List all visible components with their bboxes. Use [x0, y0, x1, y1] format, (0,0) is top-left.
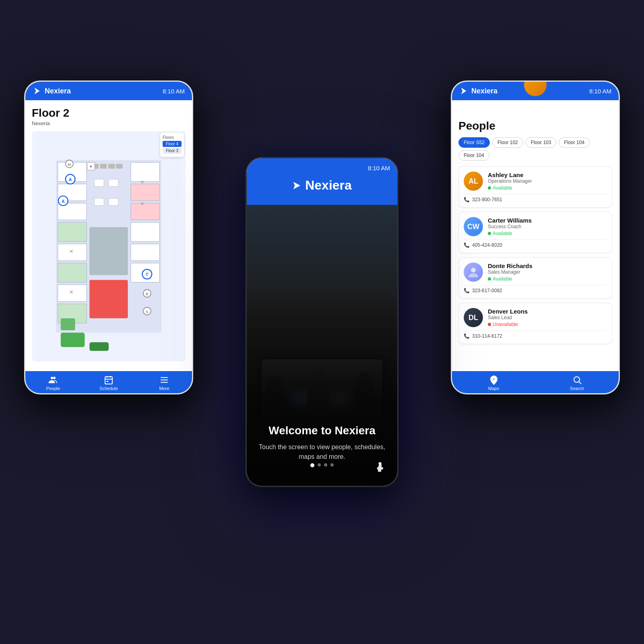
svg-rect-24: [89, 342, 109, 351]
status-label-donte: Available: [493, 276, 512, 282]
svg-rect-6: [58, 222, 87, 242]
floors-panel: Floors Floor 4 Floor 3: [160, 133, 184, 157]
svg-rect-15: [131, 244, 160, 261]
nav-people-label: People: [46, 386, 60, 391]
svg-rect-20: [109, 179, 118, 186]
people-title: People: [458, 120, 612, 132]
floor-subtitle: Nexeria: [32, 120, 186, 126]
center-phone: 8:10 AM Nexiera: [246, 157, 398, 487]
svg-rect-13: [131, 203, 160, 220]
person-role-donte: Sales Manager: [488, 269, 607, 275]
nav-people[interactable]: People: [25, 375, 81, 391]
welcome-body-container[interactable]: Welcome to Nexiera Touch the screen to v…: [247, 205, 397, 486]
floor-4-btn[interactable]: Floor 4: [163, 141, 182, 147]
svg-rect-19: [94, 179, 104, 186]
person-card-donte[interactable]: Donte Richards Sales Manager Available 📞…: [458, 257, 612, 299]
nav-more-label: More: [159, 386, 169, 391]
floor-map[interactable]: Floors Floor 4 Floor 3: [32, 131, 186, 361]
welcome-subtitle: Touch the screen to view people, schedul…: [256, 442, 388, 462]
nav-search[interactable]: Search: [535, 375, 619, 391]
person-status-carter: Available: [488, 231, 607, 236]
nav-search-label: Search: [570, 386, 584, 391]
svg-rect-45: [116, 164, 123, 169]
phone-icon-donte: 📞: [464, 288, 470, 293]
svg-text:T: T: [146, 272, 149, 277]
search-icon: [572, 375, 582, 385]
svg-rect-11: [131, 162, 160, 182]
status-label-ashley: Available: [493, 185, 512, 191]
nav-schedule[interactable]: Schedule: [81, 375, 136, 391]
phone-number-ashley: 323-900-7651: [472, 197, 502, 202]
phone-icon-ashley: 📞: [464, 197, 470, 202]
app-name-center: Nexiera: [305, 178, 352, 193]
person-name-ashley: Ashley Lane: [488, 171, 607, 178]
person-card-carter[interactable]: CW Carter Williams Success Coach Availab…: [458, 212, 612, 253]
dot-2: [318, 463, 321, 466]
people-icon: [48, 375, 58, 385]
tab-floor-104[interactable]: Floor 104: [559, 137, 590, 148]
tab-floor-103[interactable]: Floor 103: [526, 137, 557, 148]
status-dot-denver: [488, 323, 491, 326]
map-pin-icon: [489, 375, 499, 385]
person-card-ashley[interactable]: AL Ashley Lane Operations Manager Availa…: [458, 166, 612, 208]
right-nav: Maps Search: [452, 371, 619, 393]
svg-point-49: [53, 377, 56, 379]
svg-rect-22: [109, 198, 118, 206]
svg-rect-8: [58, 263, 87, 283]
floor-title: Floor 2: [32, 107, 186, 120]
svg-rect-55: [161, 377, 168, 378]
tab-floor-102[interactable]: Floor 102: [492, 137, 523, 148]
nav-maps[interactable]: Maps: [452, 375, 535, 391]
time-center: 8:10 AM: [368, 165, 390, 171]
person-top-donte: Donte Richards Sales Manager Available: [464, 262, 607, 282]
center-phone-inner: 8:10 AM Nexiera: [247, 158, 397, 486]
svg-marker-0: [35, 88, 40, 95]
svg-text:×: ×: [140, 179, 144, 185]
status-dot-ashley: [488, 186, 491, 190]
svg-rect-21: [94, 198, 104, 206]
svg-text:A: A: [69, 177, 72, 182]
app-name-left: Nexiera: [45, 87, 71, 95]
phone-number-donte: 323-617-0082: [472, 288, 502, 293]
welcome-header-top: 8:10 AM: [254, 165, 390, 171]
tab-floor-104b[interactable]: Floor 104: [458, 150, 489, 161]
svg-point-48: [51, 377, 53, 379]
avatar-denver: DL: [464, 308, 483, 327]
person-info-donte: Donte Richards Sales Manager Available: [488, 262, 607, 282]
person-name-donte: Donte Richards: [488, 262, 607, 269]
avatar-carter: CW: [464, 217, 483, 236]
calendar-icon: [104, 375, 114, 385]
people-list: AL Ashley Lane Operations Manager Availa…: [458, 166, 612, 348]
phone-icon-denver: 📞: [464, 333, 470, 339]
more-icon: [159, 375, 169, 385]
svg-rect-50: [105, 377, 112, 384]
welcome-logo: Nexiera: [254, 178, 390, 193]
phone-icon-carter: 📞: [464, 242, 470, 248]
person-name-carter: Carter Williams: [488, 217, 607, 224]
touch-icon: [373, 460, 388, 478]
avatar-donte-img: [464, 262, 483, 282]
nav-more-left[interactable]: More: [136, 375, 192, 391]
svg-rect-17: [89, 227, 128, 275]
person-role-ashley: Operations Manager: [488, 178, 607, 184]
partial-avatar: [524, 82, 547, 96]
person-info-ashley: Ashley Lane Operations Manager Available: [488, 171, 607, 191]
person-top-ashley: AL Ashley Lane Operations Manager Availa…: [464, 171, 607, 191]
person-phone-donte: 📞 323-617-0082: [464, 285, 607, 293]
svg-rect-18: [89, 280, 128, 318]
floor-content: Floor 2 Nexeria Floors Floor 4 Floor 3: [25, 100, 192, 363]
svg-text:S: S: [146, 310, 148, 314]
dot-3: [324, 463, 327, 466]
svg-point-62: [574, 377, 580, 382]
nav-maps-label: Maps: [488, 386, 499, 391]
phone-number-carter: 405-424-8020: [472, 242, 502, 248]
avatar-denver-img: DL: [464, 308, 483, 327]
dot-4: [330, 463, 334, 466]
nav-schedule-label: Schedule: [99, 386, 118, 391]
people-content: People Floor S52 Floor 102 Floor 103 Flo…: [452, 100, 619, 363]
svg-text:×: ×: [69, 288, 73, 296]
person-card-denver[interactable]: DL Denver Leons Sales Lead Unavailable 📞…: [458, 303, 612, 344]
tab-floor-s52[interactable]: Floor S52: [458, 137, 490, 148]
floor-3-btn[interactable]: Floor 3: [163, 148, 182, 154]
svg-rect-14: [131, 222, 160, 242]
